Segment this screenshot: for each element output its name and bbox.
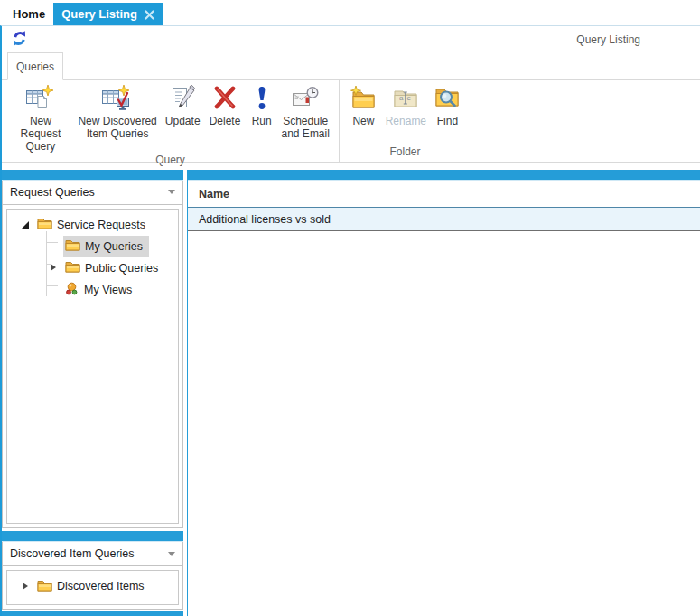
folder-find-button[interactable]: Find (432, 85, 463, 127)
delete-icon (212, 85, 238, 114)
folder-find-icon (434, 85, 461, 114)
run-icon (256, 85, 268, 114)
tree-item-label: Discovered Items (57, 580, 145, 593)
list-row-selected[interactable]: Additional licenses vs sold (188, 208, 700, 231)
folder-new-icon (350, 85, 377, 114)
folder-icon (65, 260, 80, 275)
folder-icon (37, 579, 52, 594)
folder-find-label: Find (437, 115, 458, 127)
new-discovered-item-queries-button[interactable]: New Discovered Item Queries (76, 85, 160, 140)
chevron-down-icon (168, 552, 175, 556)
tree-item-label: My Queries (85, 240, 143, 253)
ribbon-group-folder-label: Folder (340, 145, 471, 162)
folder-rename-button[interactable]: a e Rename (384, 85, 428, 127)
tab-home[interactable]: Home (5, 3, 53, 25)
schedule-and-email-label: Schedule and Email (279, 115, 331, 140)
delete-label: Delete (210, 115, 241, 127)
folder-rename-label: Rename (386, 115, 426, 127)
ribbon-tab-queries[interactable]: Queries (7, 52, 63, 80)
new-discovered-item-queries-icon (101, 85, 134, 114)
expander-spacer (49, 241, 59, 251)
ribbon-group-query: New Request Query (2, 80, 339, 162)
tree-item-discovered-items[interactable]: Discovered Items (7, 575, 178, 597)
folder-icon (37, 217, 52, 232)
request-queries-selector-label: Request Queries (10, 186, 168, 199)
tab-home-label: Home (13, 7, 45, 21)
tree-item-my-queries[interactable]: My Queries (7, 236, 178, 257)
update-label: Update (165, 115, 201, 127)
document-tabbar: Home Query Listing (0, 0, 700, 25)
toolbar: Query Listing (2, 26, 700, 52)
column-header-name[interactable]: Name (188, 181, 700, 208)
views-icon (65, 282, 79, 298)
new-request-query-label: New Request Query (9, 115, 72, 153)
query-list-panel-header (188, 170, 700, 181)
discovered-item-queries-section-header[interactable] (2, 531, 183, 542)
toolbar-title: Query Listing (576, 33, 640, 46)
discovered-item-queries-tree: Discovered Items (6, 570, 179, 605)
ribbon-tab-queries-label: Queries (16, 61, 54, 73)
main-container: Query Listing Queries (0, 25, 700, 616)
ribbon-group-query-buttons: New Request Query (2, 80, 339, 153)
schedule-and-email-button[interactable]: Schedule and Email (279, 85, 331, 140)
tree-item-service-requests[interactable]: Service Requests (7, 214, 178, 236)
ribbon-group-query-label: Query (2, 153, 339, 170)
expand-toggle-icon[interactable] (21, 582, 31, 592)
delete-button[interactable]: Delete (206, 85, 244, 127)
list-row-name: Additional licenses vs sold (199, 213, 331, 226)
tab-query-listing[interactable]: Query Listing (53, 3, 163, 25)
ribbon-group-folder: New a e Rename (340, 80, 471, 162)
schedule-email-icon (292, 85, 319, 114)
folder-new-label: New (352, 115, 374, 127)
expand-toggle-icon[interactable] (21, 219, 31, 229)
ribbon-group-separator (471, 80, 471, 162)
update-icon: ” (171, 85, 195, 114)
chevron-down-icon (168, 190, 175, 194)
new-request-query-icon (25, 85, 56, 114)
discovered-item-queries-section: Discovered Item Queries (2, 542, 183, 610)
folder-new-button[interactable]: New (347, 85, 380, 127)
request-queries-section-header[interactable] (2, 170, 183, 181)
tree-item-label: Public Queries (85, 262, 158, 275)
update-button[interactable]: ” Update (163, 85, 202, 127)
run-button[interactable]: Run (247, 85, 275, 127)
tree-item-label: My Views (84, 284, 132, 296)
request-queries-selector[interactable]: Request Queries (3, 181, 182, 205)
folder-icon (65, 238, 80, 254)
ribbon-group-folder-buttons: New a e Rename (340, 80, 471, 145)
svg-text:e: e (407, 94, 412, 102)
request-queries-tree: Service Requests (6, 209, 179, 524)
tree-item-my-views[interactable]: My Views (7, 279, 178, 301)
tab-query-listing-label: Query Listing (61, 7, 137, 21)
application-window: Home Query Listing Query L (0, 0, 700, 616)
discovered-item-queries-selector-label: Discovered Item Queries (10, 547, 168, 560)
run-label: Run (252, 115, 272, 127)
folder-rename-icon: a e (392, 85, 419, 114)
request-queries-section: Request Queries (2, 181, 183, 528)
new-request-query-button[interactable]: New Request Query (9, 85, 72, 153)
discovered-item-queries-selector[interactable]: Discovered Item Queries (3, 542, 182, 566)
refresh-icon (11, 30, 28, 50)
expander-spacer (49, 285, 59, 294)
new-discovered-item-queries-label: New Discovered Item Queries (76, 115, 160, 140)
expand-toggle-icon[interactable] (49, 263, 59, 273)
left-panel: Request Queries (2, 170, 183, 616)
content-area: Request Queries (2, 170, 700, 616)
svg-text:a: a (399, 94, 404, 102)
close-icon[interactable] (145, 9, 154, 19)
column-header-name-label: Name (199, 188, 229, 201)
tree-item-public-queries[interactable]: Public Queries (7, 257, 178, 279)
collapsed-section-header[interactable] (2, 611, 183, 616)
ribbon: New Request Query (2, 79, 700, 163)
refresh-button[interactable] (9, 30, 29, 50)
tree-item-label: Service Requests (57, 219, 145, 231)
query-list-panel: Name Additional licenses vs sold (187, 170, 700, 616)
